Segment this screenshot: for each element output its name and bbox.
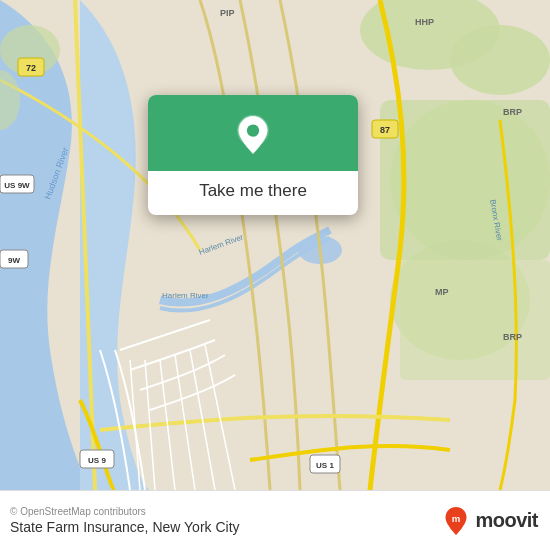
popup-card: Take me there xyxy=(148,95,358,215)
location-label: State Farm Insurance, New York City xyxy=(10,519,240,535)
svg-text:9W: 9W xyxy=(8,256,20,265)
svg-rect-6 xyxy=(400,260,550,380)
svg-point-2 xyxy=(450,25,550,95)
svg-text:Harlem River: Harlem River xyxy=(162,291,209,300)
svg-point-4 xyxy=(390,100,550,260)
svg-text:HHP: HHP xyxy=(415,17,434,27)
copyright-text: © OpenStreetMap contributors xyxy=(10,506,240,517)
moovit-text: moovit xyxy=(475,509,538,532)
map-background: Hudson River xyxy=(0,0,550,490)
location-pin-icon xyxy=(231,113,275,157)
svg-text:US 1: US 1 xyxy=(316,461,334,470)
moovit-icon: m xyxy=(442,507,470,535)
map-container: Hudson River xyxy=(0,0,550,490)
svg-text:BRP: BRP xyxy=(503,107,522,117)
bottom-left: © OpenStreetMap contributors State Farm … xyxy=(10,506,240,535)
popup-body: Take me there xyxy=(148,171,358,215)
moovit-logo[interactable]: m moovit xyxy=(442,507,538,535)
svg-text:PIP: PIP xyxy=(220,8,235,18)
svg-text:72: 72 xyxy=(26,63,36,73)
svg-text:US 9W: US 9W xyxy=(4,181,30,190)
bottom-bar: © OpenStreetMap contributors State Farm … xyxy=(0,490,550,550)
svg-text:m: m xyxy=(452,512,461,523)
svg-point-33 xyxy=(247,124,259,136)
svg-text:MP: MP xyxy=(435,287,449,297)
svg-text:87: 87 xyxy=(380,125,390,135)
take-me-there-button[interactable]: Take me there xyxy=(199,181,307,201)
popup-header xyxy=(148,95,358,171)
svg-text:US 9: US 9 xyxy=(88,456,106,465)
svg-text:BRP: BRP xyxy=(503,332,522,342)
